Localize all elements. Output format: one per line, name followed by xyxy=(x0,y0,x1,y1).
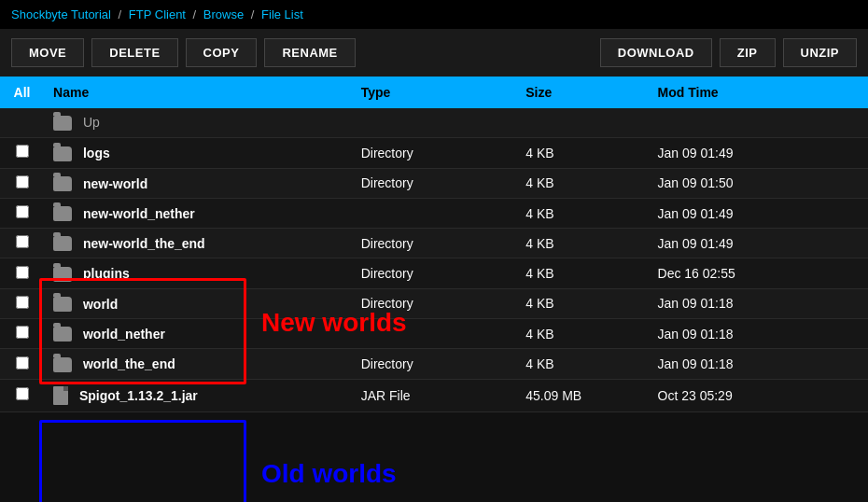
folder-icon xyxy=(53,146,72,161)
folder-icon xyxy=(53,206,72,221)
row-type xyxy=(352,319,517,349)
folder-icon xyxy=(53,116,72,131)
row-checkbox[interactable] xyxy=(16,175,29,188)
download-button[interactable]: DOWNLOAD xyxy=(600,38,712,67)
zip-button[interactable]: ZIP xyxy=(720,38,776,67)
row-checkbox[interactable] xyxy=(16,205,29,218)
row-modtime: Jan 09 01:18 xyxy=(649,319,868,349)
row-check[interactable] xyxy=(0,319,44,349)
col-header-modtime: Mod Time xyxy=(649,77,868,108)
row-check[interactable] xyxy=(0,138,44,168)
breadcrumb-part-3[interactable]: Browse xyxy=(203,7,244,21)
folder-icon xyxy=(53,236,72,251)
row-modtime: Dec 16 02:55 xyxy=(649,258,868,288)
row-size: 45.09 MB xyxy=(516,379,648,411)
row-name[interactable]: world xyxy=(44,288,352,318)
row-check[interactable] xyxy=(0,379,44,411)
row-name[interactable]: Spigot_1.13.2_1.jar xyxy=(44,379,352,411)
toolbar-right: DOWNLOAD ZIP UNZIP xyxy=(600,38,857,67)
folder-icon xyxy=(53,297,72,312)
move-button[interactable]: MOVE xyxy=(11,38,84,67)
breadcrumb: Shockbyte Tutorial / FTP Client / Browse… xyxy=(0,0,868,29)
table-row: world_the_end Directory 4 KB Jan 09 01:1… xyxy=(0,349,868,379)
table-row: world Directory 4 KB Jan 09 01:18 xyxy=(0,288,868,318)
folder-icon xyxy=(53,176,72,191)
file-icon xyxy=(53,386,68,405)
row-checkbox[interactable] xyxy=(16,326,29,339)
row-size: 4 KB xyxy=(516,168,648,198)
folder-icon xyxy=(53,267,72,282)
row-type: Directory xyxy=(352,288,517,318)
table-row: Up xyxy=(0,108,868,138)
table-row: new-world_nether 4 KB Jan 09 01:49 xyxy=(0,198,868,228)
row-modtime: Oct 23 05:29 xyxy=(649,379,868,411)
row-check[interactable] xyxy=(0,258,44,288)
old-worlds-highlight-box xyxy=(39,420,246,502)
row-type: Directory xyxy=(352,258,517,288)
row-size: 4 KB xyxy=(516,319,648,349)
col-header-all[interactable]: All xyxy=(0,77,44,108)
row-name: Up xyxy=(44,108,868,138)
row-type: Directory xyxy=(352,229,517,258)
row-name[interactable]: new-world_the_end xyxy=(44,229,352,258)
col-header-name: Name xyxy=(44,77,352,108)
col-header-type: Type xyxy=(352,77,517,108)
table-row: new-world Directory 4 KB Jan 09 01:50 xyxy=(0,168,868,198)
folder-icon xyxy=(53,327,72,342)
row-name[interactable]: logs xyxy=(44,138,352,168)
row-modtime: Jan 09 01:49 xyxy=(649,138,868,168)
row-checkbox[interactable] xyxy=(16,387,29,400)
breadcrumb-part-4: File List xyxy=(261,7,303,21)
row-type: Directory xyxy=(352,349,517,379)
breadcrumb-part-2[interactable]: FTP Client xyxy=(129,7,186,21)
row-name[interactable]: world_nether xyxy=(44,319,352,349)
row-name[interactable]: world_the_end xyxy=(44,349,352,379)
unzip-button[interactable]: UNZIP xyxy=(783,38,858,67)
row-checkbox[interactable] xyxy=(16,356,29,370)
rename-button[interactable]: RENAME xyxy=(264,38,355,67)
row-type: Directory xyxy=(352,168,517,198)
table-row: logs Directory 4 KB Jan 09 01:49 xyxy=(0,138,868,168)
row-modtime: Jan 09 01:49 xyxy=(649,229,868,258)
row-name[interactable]: new-world xyxy=(44,168,352,198)
table-row: world_nether 4 KB Jan 09 01:18 xyxy=(0,319,868,349)
table-row: new-world_the_end Directory 4 KB Jan 09 … xyxy=(0,229,868,258)
row-checkbox[interactable] xyxy=(16,296,29,309)
row-size: 4 KB xyxy=(516,198,648,228)
row-name[interactable]: plugins xyxy=(44,258,352,288)
row-check[interactable] xyxy=(0,349,44,379)
row-checkbox[interactable] xyxy=(16,266,29,279)
row-size: 4 KB xyxy=(516,229,648,258)
toolbar: MOVE DELETE COPY RENAME DOWNLOAD ZIP UNZ… xyxy=(0,29,868,77)
row-type: Directory xyxy=(352,138,517,168)
table-row: plugins Directory 4 KB Dec 16 02:55 xyxy=(0,258,868,288)
table-header-row: All Name Type Size Mod Time xyxy=(0,77,868,108)
toolbar-left: MOVE DELETE COPY RENAME xyxy=(11,38,356,67)
row-check[interactable] xyxy=(0,288,44,318)
row-modtime: Jan 09 01:50 xyxy=(649,168,868,198)
row-checkbox[interactable] xyxy=(16,145,29,158)
row-size: 4 KB xyxy=(516,349,648,379)
col-header-size: Size xyxy=(516,77,648,108)
row-modtime: Jan 09 01:49 xyxy=(649,198,868,228)
old-worlds-label: Old worlds xyxy=(261,459,397,489)
row-check[interactable] xyxy=(0,198,44,228)
row-check xyxy=(0,108,44,138)
row-type xyxy=(352,198,517,228)
row-size: 4 KB xyxy=(516,258,648,288)
row-size: 4 KB xyxy=(516,288,648,318)
row-type: JAR File xyxy=(352,379,517,411)
file-table-wrapper: All Name Type Size Mod Time xyxy=(0,77,868,412)
row-modtime: Jan 09 01:18 xyxy=(649,288,868,318)
row-name[interactable]: new-world_nether xyxy=(44,198,352,228)
row-size: 4 KB xyxy=(516,138,648,168)
row-modtime: Jan 09 01:18 xyxy=(649,349,868,379)
breadcrumb-part-1[interactable]: Shockbyte Tutorial xyxy=(11,7,111,21)
copy-button[interactable]: COPY xyxy=(186,38,258,67)
table-row: Spigot_1.13.2_1.jar JAR File 45.09 MB Oc… xyxy=(0,379,868,411)
file-table: All Name Type Size Mod Time xyxy=(0,77,868,412)
row-check[interactable] xyxy=(0,168,44,198)
row-checkbox[interactable] xyxy=(16,235,29,248)
row-check[interactable] xyxy=(0,229,44,258)
delete-button[interactable]: DELETE xyxy=(91,38,177,67)
